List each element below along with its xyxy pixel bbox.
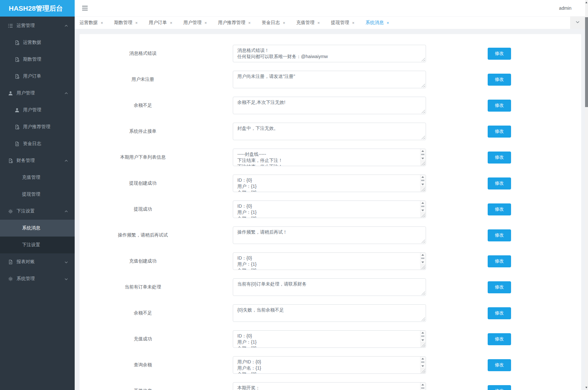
sidebar-item[interactable]: 系统管理: [0, 270, 75, 287]
scroll-down-icon[interactable]: [421, 184, 424, 185]
person-icon: [15, 108, 19, 113]
message-textarea[interactable]: 操作频繁，请稍后再试！: [233, 226, 426, 244]
scroll-thumb[interactable]: [421, 335, 424, 337]
message-textarea[interactable]: 当前有{0}订单未处理，请联系财务: [233, 278, 426, 296]
tab[interactable]: 期数管理 ×: [114, 20, 138, 26]
textarea-scrollbar[interactable]: [420, 331, 426, 342]
scroll-down-icon[interactable]: [585, 387, 587, 388]
edit-button[interactable]: 修改: [488, 307, 511, 319]
message-label: 查询余额: [80, 356, 206, 374]
textarea-scrollbar[interactable]: [420, 149, 426, 161]
edit-button[interactable]: 修改: [488, 229, 511, 241]
scroll-up-icon[interactable]: [585, 2, 587, 3]
tab-overflow-button[interactable]: [570, 17, 585, 29]
scroll-thumb[interactable]: [585, 17, 588, 107]
sidebar-item[interactable]: 资金日志: [0, 135, 75, 152]
scroll-up-icon[interactable]: [421, 254, 424, 256]
close-tab-icon[interactable]: ×: [387, 20, 389, 25]
scroll-thumb[interactable]: [421, 387, 424, 389]
scroll-up-icon[interactable]: [421, 358, 424, 360]
tab[interactable]: 资金日志 ×: [262, 20, 285, 26]
scroll-thumb[interactable]: [421, 258, 424, 259]
tab[interactable]: 用户推荐管理 ×: [218, 20, 251, 26]
scroll-down-icon[interactable]: [421, 210, 424, 211]
scroll-down-icon[interactable]: [421, 365, 424, 367]
window-scrollbar[interactable]: [585, 0, 588, 390]
close-tab-icon[interactable]: ×: [135, 20, 138, 25]
close-tab-icon[interactable]: ×: [283, 20, 285, 25]
textarea-scrollbar[interactable]: [420, 357, 426, 368]
message-textarea[interactable]: ID：{0} 用户：{1} 金额：{2}: [233, 175, 426, 192]
edit-button[interactable]: 修改: [488, 385, 511, 390]
textarea-scrollbar[interactable]: [420, 175, 426, 187]
edit-button[interactable]: 修改: [488, 100, 511, 112]
sidebar-item[interactable]: 期数管理: [0, 51, 75, 68]
sidebar-menu: 运营管理 运营数据 期数管理 用户订单 用户管理 用户管理 用户推荐管理 资金日…: [0, 17, 75, 287]
message-textarea[interactable]: ID：{0} 用户：{1} 金额：{2}: [233, 252, 426, 270]
sidebar-item[interactable]: 充值管理: [0, 169, 75, 186]
scroll-thumb[interactable]: [421, 361, 424, 363]
tab[interactable]: 用户管理 ×: [183, 20, 207, 26]
sidebar-item[interactable]: 报表对账: [0, 253, 75, 270]
message-text: 操作频繁，请稍后再试！: [233, 227, 426, 244]
sidebar-item[interactable]: 系统消息: [0, 220, 75, 237]
scroll-thumb[interactable]: [421, 180, 424, 181]
edit-button[interactable]: 修改: [488, 177, 511, 189]
textarea-scrollbar[interactable]: [420, 253, 426, 264]
edit-button[interactable]: 修改: [488, 359, 511, 371]
sidebar-item[interactable]: 下注设置: [0, 237, 75, 253]
message-textarea[interactable]: 封盘中，下注无效。: [233, 123, 426, 140]
message-textarea[interactable]: 余额不足,本次下注无效!: [233, 97, 426, 114]
message-textarea[interactable]: {0}失败，当前余额不足: [233, 304, 426, 322]
user-menu[interactable]: admin: [559, 0, 571, 16]
scroll-down-icon[interactable]: [421, 339, 424, 341]
sidebar-item[interactable]: 提现管理: [0, 186, 75, 203]
edit-button[interactable]: 修改: [488, 74, 511, 86]
message-textarea[interactable]: 用户尚未注册，请发送"注册": [233, 71, 426, 88]
tab[interactable]: 用户订单 ×: [149, 20, 172, 26]
scroll-up-icon[interactable]: [421, 384, 424, 385]
scroll-up-icon[interactable]: [421, 176, 424, 178]
message-textarea[interactable]: 本期开奖：: [233, 382, 426, 390]
sidebar-item[interactable]: 用户订单: [0, 68, 75, 85]
tab[interactable]: 提现管理 ×: [331, 20, 355, 26]
sidebar-item[interactable]: 运营数据: [0, 34, 75, 51]
sidebar-item[interactable]: 下注设置: [0, 203, 75, 220]
message-textarea[interactable]: 用户ID：{0} 用户名：{1} 余额：{2}: [233, 356, 426, 374]
close-tab-icon[interactable]: ×: [170, 20, 172, 25]
scroll-up-icon[interactable]: [421, 150, 424, 152]
edit-button[interactable]: 修改: [488, 48, 511, 60]
textarea-scrollbar[interactable]: [420, 383, 426, 390]
edit-button[interactable]: 修改: [488, 255, 511, 267]
tab[interactable]: 充值管理 ×: [296, 20, 320, 26]
sidebar-item[interactable]: 用户管理: [0, 85, 75, 102]
scroll-up-icon[interactable]: [421, 332, 424, 334]
edit-button[interactable]: 修改: [488, 281, 511, 293]
scroll-down-icon[interactable]: [421, 158, 424, 159]
edit-button[interactable]: 修改: [488, 152, 511, 164]
tab[interactable]: 运营数据 ×: [80, 20, 103, 26]
sidebar-item[interactable]: 用户管理: [0, 102, 75, 118]
message-textarea[interactable]: -----封盘线----- 下注结束，停止下注！ 下注结束，停止下注！: [233, 149, 426, 166]
message-textarea[interactable]: ID：{0} 用户：{1} 金额：{2}: [233, 201, 426, 218]
sidebar-item[interactable]: 运营管理: [0, 17, 75, 34]
close-tab-icon[interactable]: ×: [248, 20, 251, 25]
message-textarea[interactable]: 消息格式错误！ 任何疑问都可以联系唯一财务：@haiwaiymw: [233, 45, 426, 62]
textarea-scrollbar[interactable]: [420, 201, 426, 213]
edit-button[interactable]: 修改: [488, 126, 511, 138]
sidebar-item[interactable]: 用户推荐管理: [0, 118, 75, 135]
close-tab-icon[interactable]: ×: [352, 20, 355, 25]
scroll-thumb[interactable]: [421, 206, 424, 207]
close-tab-icon[interactable]: ×: [205, 20, 207, 25]
scroll-thumb[interactable]: [421, 154, 424, 155]
edit-button[interactable]: 修改: [488, 203, 511, 215]
scroll-up-icon[interactable]: [421, 202, 424, 204]
scroll-down-icon[interactable]: [421, 262, 424, 263]
edit-button[interactable]: 修改: [488, 333, 511, 345]
sidebar-item[interactable]: 财务管理: [0, 152, 75, 169]
close-tab-icon[interactable]: ×: [318, 20, 320, 25]
message-textarea[interactable]: ID：{0} 用户：{1} 金额：{2}: [233, 330, 426, 348]
close-tab-icon[interactable]: ×: [101, 20, 103, 25]
hamburger-menu-icon[interactable]: [82, 6, 88, 10]
tab[interactable]: 系统消息 ×: [366, 20, 389, 26]
